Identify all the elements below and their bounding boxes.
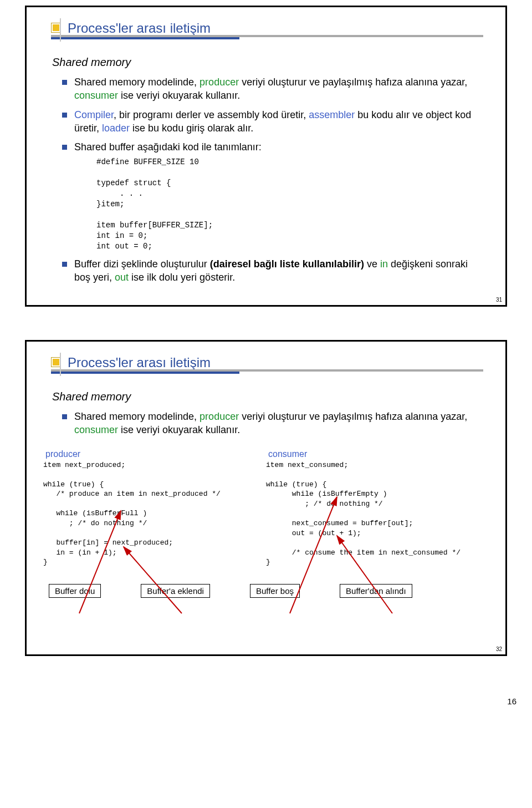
title-underline-icon: [27, 35, 509, 40]
slide-number: 31: [496, 297, 502, 303]
text-highlighted: producer: [200, 77, 242, 88]
text: Shared buffer aşağıdaki kod ile tanımlan…: [74, 141, 262, 153]
text-highlighted: in: [380, 258, 391, 270]
text: Shared memory modelinde,: [74, 77, 200, 88]
arrow-line: [290, 497, 337, 613]
list-item: Compiler, bir programı derler ve assembl…: [62, 108, 480, 135]
slide-content: Shared memory Shared memory modelinde, p…: [27, 46, 505, 294]
text: , bir programı derler ve assembly kod ür…: [114, 109, 309, 120]
subheading: Shared memory: [52, 55, 480, 70]
list-item: Shared buffer aşağıdaki kod ile tanımlan…: [62, 140, 480, 251]
text: ve: [367, 258, 380, 270]
slide-title: Process'ler arası iletişim: [68, 21, 211, 36]
text-highlighted: loader: [102, 123, 132, 134]
text-highlighted: assembler: [309, 109, 357, 120]
page-number: 16: [507, 697, 516, 706]
arrow-line: [337, 536, 392, 613]
bullet-list: Shared memory modelinde, producer veriyi…: [52, 75, 480, 284]
slide-number: 32: [496, 646, 502, 652]
text: ise ilk dolu yeri gösterir.: [131, 272, 235, 283]
text-bold: (dairesel bağlı liste kullanılabilir): [210, 258, 367, 270]
list-item: Shared memory modelinde, producer veriyi…: [62, 75, 480, 103]
arrows-overlay: [27, 342, 509, 658]
text: Buffer dizi şeklinde oluşturulur: [74, 258, 210, 270]
slide-header: Process'ler arası iletişim: [27, 7, 505, 46]
arrow-line: [79, 511, 121, 613]
code-block: #define BUFFER_SIZE 10 typedef struct { …: [96, 157, 274, 251]
slide-2: Process'ler arası iletişim Shared memory…: [25, 340, 507, 656]
text-highlighted: out: [115, 272, 131, 283]
text-highlighted: Compiler: [74, 109, 114, 120]
text: veriyi oluşturur ve paylaşılmış hafıza a…: [242, 77, 467, 88]
slide-1: Process'ler arası iletişim Shared memory…: [25, 6, 507, 307]
arrow-line: [124, 547, 182, 613]
text: ise bu kodu giriş olarak alır.: [132, 123, 253, 134]
text: ise veriyi okuyarak kullanır.: [121, 90, 240, 101]
list-item: Buffer dizi şeklinde oluşturulur (daires…: [62, 257, 480, 284]
text-highlighted: consumer: [74, 90, 121, 101]
